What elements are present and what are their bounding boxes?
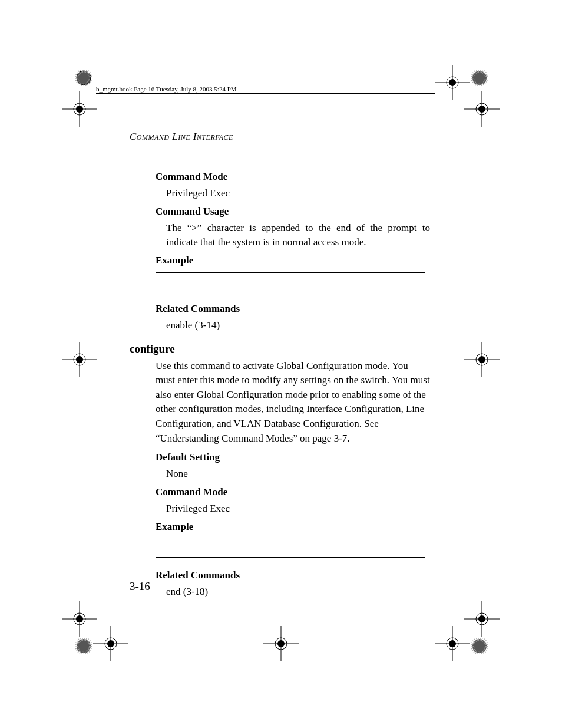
printer-mark-icon (75, 70, 92, 86)
printer-mark-icon (75, 638, 92, 654)
svg-point-23 (478, 356, 485, 363)
heading-default-setting: Default Setting (156, 452, 430, 463)
example-box-1 (156, 272, 425, 291)
printer-mark-icon (62, 91, 97, 127)
text-command-usage: The “>” character is appended to the end… (166, 221, 430, 250)
printer-mark-icon (471, 638, 488, 654)
heading-example-2: Example (156, 521, 430, 533)
page-content: Command Line Interface Command Mode Priv… (130, 131, 430, 604)
svg-point-5 (76, 106, 83, 113)
heading-command-usage: Command Usage (156, 206, 430, 218)
command-title-configure: configure (130, 342, 430, 355)
heading-example-1: Example (156, 255, 430, 266)
page-number: 3-16 (130, 580, 150, 593)
printer-mark-icon (471, 70, 488, 86)
text-command-mode-1: Privileged Exec (166, 186, 430, 201)
printer-mark-icon (263, 626, 299, 661)
printer-mark-icon (62, 601, 97, 637)
printer-mark-icon (464, 91, 500, 127)
heading-related-1: Related Commands (156, 303, 430, 315)
svg-point-15 (478, 106, 485, 113)
running-head: Command Line Interface (130, 131, 430, 143)
text-command-mode-2: Privileged Exec (166, 502, 430, 516)
crop-line (96, 93, 435, 94)
svg-point-37 (277, 640, 285, 647)
svg-point-45 (449, 640, 456, 647)
text-default-setting: None (166, 467, 430, 482)
text-related-1: enable (3-14) (166, 318, 430, 333)
svg-point-27 (76, 615, 83, 622)
heading-related-2: Related Commands (156, 569, 430, 581)
page-header-text: b_mgmt.book Page 16 Tuesday, July 8, 200… (96, 85, 237, 93)
printer-mark-icon (435, 626, 470, 661)
heading-command-mode-2: Command Mode (156, 486, 430, 498)
svg-point-33 (107, 640, 114, 647)
heading-command-mode-1: Command Mode (156, 171, 430, 183)
printer-mark-icon (464, 342, 500, 377)
text-configure-intro: Use this command to activate Global Conf… (156, 359, 430, 446)
text-related-2: end (3-18) (166, 585, 430, 599)
printer-mark-icon (93, 626, 128, 661)
example-box-2 (156, 539, 425, 558)
svg-point-9 (449, 79, 456, 86)
svg-point-41 (478, 615, 485, 622)
svg-point-19 (76, 356, 83, 363)
printer-mark-icon (62, 342, 97, 377)
